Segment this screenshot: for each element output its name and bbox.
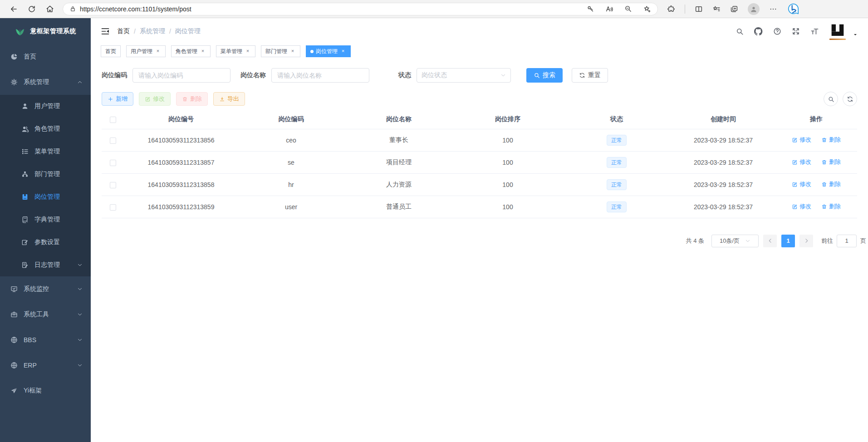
close-icon[interactable]: × xyxy=(200,48,206,54)
row-checkbox[interactable] xyxy=(110,204,116,211)
goto-page-input[interactable] xyxy=(837,235,857,247)
sidebar-item-system-tools[interactable]: 系统工具 xyxy=(0,302,91,327)
show-search-button[interactable] xyxy=(824,92,838,106)
row-checkbox[interactable] xyxy=(110,160,116,166)
github-icon[interactable] xyxy=(754,27,763,36)
status-badge: 正常 xyxy=(607,201,627,212)
sidebar-item-log-mgmt[interactable]: 日志管理 xyxy=(0,254,91,276)
extensions-icon[interactable] xyxy=(667,5,675,13)
row-edit-button[interactable]: 修改 xyxy=(792,180,811,188)
prev-page-button[interactable] xyxy=(763,235,777,247)
sidebar-item-post-mgmt[interactable]: 岗位管理 xyxy=(0,186,91,208)
system-mgmt-submenu: 用户管理 角色管理 菜单管理 部门管理 岗位管理 字典管理 xyxy=(0,95,91,276)
sidebar-item-param-settings[interactable]: 参数设置 xyxy=(0,231,91,254)
sidebar-fold-icon[interactable] xyxy=(101,27,110,36)
sidebar-item-bbs[interactable]: BBS xyxy=(0,327,91,353)
edit-button[interactable]: 修改 xyxy=(139,92,171,106)
breadcrumb-home[interactable]: 首页 xyxy=(117,27,130,35)
close-icon[interactable]: × xyxy=(289,48,296,54)
next-page-button[interactable] xyxy=(799,235,813,247)
export-button[interactable]: 导出 xyxy=(213,92,245,106)
home-icon[interactable] xyxy=(41,2,59,16)
sidebar-item-system-monitor[interactable]: 系统监控 xyxy=(0,276,91,302)
reset-button[interactable]: 重置 xyxy=(572,68,608,83)
delete-button[interactable]: 删除 xyxy=(176,92,208,106)
col-actions: 操作 xyxy=(775,110,857,129)
address-bar[interactable]: https://ccnetcore.com:1101/system/post xyxy=(63,3,658,15)
search-icon[interactable] xyxy=(736,27,744,35)
sidebar-item-menu-mgmt[interactable]: 菜单管理 xyxy=(0,140,91,163)
tab-user-mgmt[interactable]: 用户管理 × xyxy=(126,45,166,57)
app-title: 意框架管理系统 xyxy=(30,27,76,35)
more-icon[interactable] xyxy=(769,5,777,13)
favorites-icon[interactable] xyxy=(712,5,721,13)
row-delete-button[interactable]: 删除 xyxy=(821,202,841,211)
split-screen-icon[interactable] xyxy=(695,5,703,13)
sidebar-item-user-mgmt[interactable]: 用户管理 xyxy=(0,95,91,118)
close-icon[interactable]: × xyxy=(245,48,251,54)
edit-button-label: 修改 xyxy=(153,95,165,103)
row-delete-button[interactable]: 删除 xyxy=(821,180,841,188)
breadcrumb-system-mgmt[interactable]: 系统管理 xyxy=(140,27,165,35)
favorite-add-icon[interactable] xyxy=(643,5,651,13)
page-number-1[interactable]: 1 xyxy=(781,235,795,247)
help-icon[interactable] xyxy=(773,27,781,35)
zoom-out-icon[interactable] xyxy=(624,5,632,13)
chevron-down-icon xyxy=(77,286,83,292)
page-size-select[interactable]: 10条/页 xyxy=(711,235,759,247)
fullscreen-icon[interactable] xyxy=(792,27,800,35)
select-all-checkbox[interactable] xyxy=(110,117,116,123)
bing-icon[interactable] xyxy=(787,3,799,15)
font-size-icon[interactable] xyxy=(810,27,819,36)
sidebar-logo[interactable]: 意框架管理系统 xyxy=(0,18,91,44)
menu-tree-icon xyxy=(21,148,29,155)
sidebar-item-dept-mgmt[interactable]: 部门管理 xyxy=(0,163,91,186)
sidebar-item-label: 系统管理 xyxy=(24,78,49,86)
sidebar-item-role-mgmt[interactable]: 角色管理 xyxy=(0,118,91,140)
trash-icon xyxy=(821,204,827,210)
add-button[interactable]: 新增 xyxy=(102,92,133,106)
caret-down-icon[interactable] xyxy=(853,32,858,37)
logo-underline xyxy=(829,39,846,40)
collections-icon[interactable] xyxy=(730,5,738,13)
row-delete-button[interactable]: 删除 xyxy=(821,136,841,144)
tab-home[interactable]: 首页 xyxy=(101,45,121,57)
post-name-input[interactable] xyxy=(271,68,369,83)
sidebar-item-label: 菜单管理 xyxy=(34,147,60,156)
refresh-icon[interactable] xyxy=(23,2,41,16)
profile-avatar[interactable] xyxy=(748,3,760,15)
refresh-table-button[interactable] xyxy=(843,92,857,106)
cell-post-id: 1641030593112313859 xyxy=(124,196,238,218)
tab-menu-mgmt[interactable]: 菜单管理 × xyxy=(216,45,255,57)
key-icon[interactable] xyxy=(587,5,594,13)
col-post-code: 岗位编码 xyxy=(238,110,344,129)
sidebar-item-dict-mgmt[interactable]: 字典管理 xyxy=(0,208,91,231)
row-delete-button[interactable]: 删除 xyxy=(821,158,841,166)
close-icon[interactable]: × xyxy=(155,48,161,54)
chevron-down-icon xyxy=(77,312,83,317)
row-edit-button[interactable]: 修改 xyxy=(792,158,811,166)
table-toolbar: 新增 修改 删除 导出 xyxy=(102,92,857,106)
tab-role-mgmt[interactable]: 角色管理 × xyxy=(171,45,211,57)
read-aloud-icon[interactable] xyxy=(605,5,613,13)
sidebar-item-erp[interactable]: ERP xyxy=(0,353,91,378)
search-button[interactable]: 搜索 xyxy=(526,68,563,83)
post-badge-icon xyxy=(21,193,29,201)
url-text[interactable]: https://ccnetcore.com:1101/system/post xyxy=(80,5,581,13)
lock-icon[interactable] xyxy=(69,5,76,12)
tab-dept-mgmt[interactable]: 部门管理 × xyxy=(261,45,300,57)
post-code-input[interactable] xyxy=(132,68,230,83)
sidebar-item-home[interactable]: 首页 xyxy=(0,44,91,69)
row-checkbox[interactable] xyxy=(110,138,116,144)
sidebar-item-system-mgmt[interactable]: 系统管理 xyxy=(0,69,91,95)
back-icon[interactable] xyxy=(5,2,23,16)
close-icon[interactable]: × xyxy=(340,48,346,54)
row-edit-button[interactable]: 修改 xyxy=(792,136,811,144)
row-edit-button[interactable]: 修改 xyxy=(792,202,811,211)
sidebar-item-yi-framework[interactable]: Yi框架 xyxy=(0,378,91,403)
tab-post-mgmt[interactable]: 岗位管理 × xyxy=(306,45,351,57)
status-select[interactable]: 岗位状态 xyxy=(417,68,511,83)
col-post-sort: 岗位排序 xyxy=(453,110,562,129)
row-checkbox[interactable] xyxy=(110,182,116,188)
user-avatar-logo[interactable] xyxy=(829,23,846,40)
